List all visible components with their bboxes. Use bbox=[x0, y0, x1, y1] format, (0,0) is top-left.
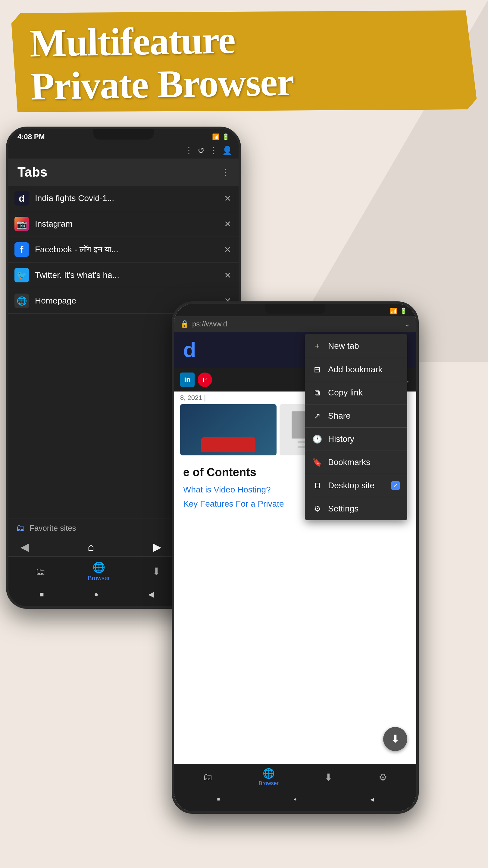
browser-icon: 🌐 bbox=[93, 561, 105, 573]
bottom-tab-browser[interactable]: 🌐 Browser bbox=[88, 561, 110, 582]
tab-title-dailyhunt: India fights Covid-1... bbox=[35, 193, 217, 203]
menu-item-copy-link[interactable]: ⧉ Copy link bbox=[305, 381, 407, 404]
tab-close-instagram[interactable]: ✕ bbox=[223, 218, 233, 230]
menu-item-bookmarks[interactable]: 🔖 Bookmarks bbox=[305, 451, 407, 474]
p2-bottom-settings[interactable]: ⚙ bbox=[379, 772, 387, 783]
tab-title-instagram: Instagram bbox=[35, 219, 217, 229]
phone2-bottom-tabs: 🗂 🌐 Browser ⬇ ⚙ bbox=[174, 764, 416, 790]
desktop-site-checkbox[interactable]: ✓ bbox=[391, 481, 400, 490]
phone2: 📶 🔋 🔒 ps://www.d ⌄ d LOGIN bbox=[172, 301, 419, 814]
tab-close-twitter[interactable]: ✕ bbox=[223, 269, 233, 282]
tab-favicon-instagram: 📷 bbox=[14, 217, 29, 231]
phone1-status-icons: 📶 🔋 bbox=[212, 133, 230, 141]
car-image bbox=[180, 404, 276, 456]
wifi-icon: 📶 bbox=[212, 133, 220, 141]
tab-favicon-homepage: 🌐 bbox=[14, 293, 29, 308]
tabs-menu-icon[interactable]: ⋮ bbox=[221, 167, 230, 177]
desktop-icon: 🖥 bbox=[313, 481, 322, 490]
p2-bottom-download[interactable]: ⬇ bbox=[324, 772, 332, 783]
share-icon: ↗ bbox=[313, 411, 322, 421]
phone2-url-text[interactable]: ps://www.d bbox=[192, 320, 401, 328]
phone2-lock-icon: 🔒 bbox=[180, 320, 189, 328]
linkedin-icon: in bbox=[180, 373, 195, 387]
p2-settings-icon: ⚙ bbox=[379, 772, 387, 783]
header-line2: Private Browser bbox=[30, 60, 294, 108]
table-row[interactable]: 📷 Instagram ✕ bbox=[8, 211, 238, 237]
p2-square-btn[interactable]: ■ bbox=[213, 793, 224, 805]
home-button[interactable]: ⌂ bbox=[88, 541, 94, 553]
menu-item-new-tab[interactable]: ＋ New tab bbox=[305, 334, 407, 358]
history-icon: 🕐 bbox=[313, 435, 322, 444]
phone2-bottom-bar: 🗂 🌐 Browser ⬇ ⚙ ■ ● ◀ bbox=[174, 764, 416, 811]
menu-item-add-bookmark[interactable]: ⊟ Add bookmark bbox=[305, 358, 407, 381]
p2-circle-btn[interactable]: ● bbox=[289, 793, 301, 805]
download-fab[interactable]: ⬇ bbox=[383, 727, 407, 751]
forward-button[interactable]: ▶ bbox=[153, 541, 161, 553]
bookmarks-icon: 🔖 bbox=[313, 458, 322, 467]
add-bookmark-label: Add bookmark bbox=[328, 365, 383, 374]
context-menu: ＋ New tab ⊟ Add bookmark ⧉ Copy link ↗ S… bbox=[305, 334, 407, 520]
refresh-icon[interactable]: ↺ bbox=[198, 146, 204, 156]
phone2-battery-icon: 🔋 bbox=[400, 307, 407, 315]
header-banner: Multifeature Private Browser bbox=[11, 5, 477, 118]
phone2-url-bar: 🔒 ps://www.d ⌄ bbox=[174, 316, 416, 332]
p2-bottom-browser[interactable]: 🌐 Browser bbox=[259, 768, 279, 786]
p2-bottom-folder[interactable]: 🗂 bbox=[203, 772, 213, 783]
menu-item-share[interactable]: ↗ Share bbox=[305, 404, 407, 428]
tab-title-twitter: Twitter. It's what's ha... bbox=[35, 270, 217, 280]
p2-browser-label: Browser bbox=[259, 780, 279, 786]
p2-download-icon: ⬇ bbox=[324, 772, 332, 783]
copy-link-icon: ⧉ bbox=[313, 388, 322, 398]
header-line1: Multifeature bbox=[30, 18, 235, 65]
tabs-header-icons: ⋮ bbox=[221, 167, 230, 177]
phone1-browser-toolbar: ⋮ ↺ ⋮ 👤 bbox=[8, 143, 238, 158]
tab-close-dailyhunt[interactable]: ✕ bbox=[223, 192, 233, 205]
share-label: Share bbox=[328, 411, 351, 421]
car-shape bbox=[201, 437, 255, 453]
p2-browser-globe-icon: 🌐 bbox=[263, 768, 275, 779]
profile-icon[interactable]: 👤 bbox=[222, 146, 233, 156]
back-button[interactable]: ◀ bbox=[21, 541, 29, 553]
menu-item-desktop-site[interactable]: 🖥 Desktop site ✓ bbox=[305, 474, 407, 497]
tab-close-facebook[interactable]: ✕ bbox=[223, 243, 233, 256]
tabs-list: d India fights Covid-1... ✕ 📷 Instagram … bbox=[8, 186, 238, 314]
bookmarks-label: Bookmarks bbox=[328, 458, 370, 467]
p2-back-btn[interactable]: ◀ bbox=[366, 793, 378, 805]
desktop-site-label: Desktop site bbox=[328, 481, 375, 490]
tab-favicon-dailyhunt: d bbox=[14, 191, 29, 206]
phone1-time: 4:08 PM bbox=[18, 133, 45, 141]
header-title: Multifeature Private Browser bbox=[30, 14, 459, 108]
bottom-tab-folder[interactable]: 🗂 bbox=[36, 566, 46, 578]
android-square-btn[interactable]: ■ bbox=[36, 588, 48, 600]
phone2-chevron-icon: ⌄ bbox=[404, 320, 410, 328]
android-back-btn[interactable]: ◀ bbox=[145, 588, 157, 600]
favorite-sites-label: Favorite sites bbox=[30, 524, 76, 533]
phone2-wifi-icon: 📶 bbox=[390, 307, 397, 315]
tabs-title: Tabs bbox=[18, 164, 47, 180]
copy-link-label: Copy link bbox=[328, 388, 363, 398]
bottom-tab-download[interactable]: ⬇ bbox=[152, 565, 161, 578]
table-row[interactable]: d India fights Covid-1... ✕ bbox=[8, 186, 238, 211]
phone2-android-nav: ■ ● ◀ bbox=[174, 790, 416, 811]
menu-item-settings[interactable]: ⚙ Settings bbox=[305, 497, 407, 520]
table-row[interactable]: 🐦 Twitter. It's what's ha... ✕ bbox=[8, 262, 238, 288]
p2-folder-icon: 🗂 bbox=[203, 772, 213, 783]
android-circle-btn[interactable]: ● bbox=[90, 588, 102, 600]
menu-item-history[interactable]: 🕐 History bbox=[305, 428, 407, 451]
tab-favicon-twitter: 🐦 bbox=[14, 268, 29, 282]
phone2-notch bbox=[265, 304, 325, 314]
table-row[interactable]: f Facebook - लॉग इन या... ✕ bbox=[8, 237, 238, 262]
settings-menu-icon: ⚙ bbox=[313, 504, 322, 514]
battery-icon: 🔋 bbox=[222, 133, 230, 141]
new-tab-menu-icon: ＋ bbox=[313, 341, 322, 351]
more-icon[interactable]: ⋮ bbox=[209, 146, 218, 156]
favorite-sites-icon: 🗂 bbox=[16, 523, 25, 533]
site-logo: d bbox=[183, 338, 196, 362]
tab-favicon-facebook: f bbox=[14, 242, 29, 257]
folder-icon: 🗂 bbox=[36, 566, 46, 578]
menu-dots-icon[interactable]: ⋮ bbox=[185, 146, 193, 156]
new-tab-menu-label: New tab bbox=[328, 341, 359, 351]
history-label: History bbox=[328, 434, 354, 444]
download-icon: ⬇ bbox=[152, 565, 161, 578]
tabs-header: Tabs ⋮ bbox=[8, 158, 238, 186]
